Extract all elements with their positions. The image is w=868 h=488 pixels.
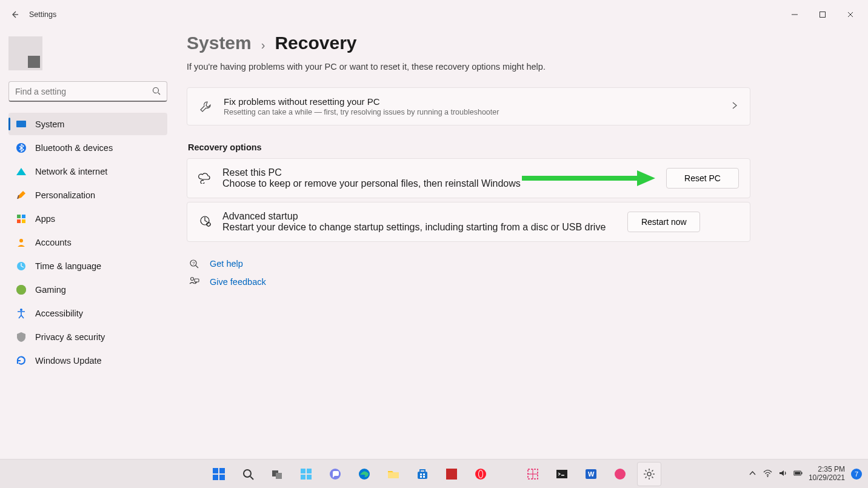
shield-icon bbox=[16, 332, 27, 343]
tray-time: 2:35 PM bbox=[809, 466, 845, 474]
store-button[interactable] bbox=[410, 462, 435, 486]
feedback-icon bbox=[188, 276, 200, 288]
close-button[interactable] bbox=[836, 5, 864, 24]
tray-wifi[interactable] bbox=[763, 469, 772, 480]
svg-rect-39 bbox=[420, 476, 422, 478]
tray-volume[interactable] bbox=[778, 469, 787, 480]
sidebar-item-privacy[interactable]: Privacy & security bbox=[8, 326, 167, 348]
card-title: Advanced startup bbox=[222, 211, 606, 222]
sidebar-item-gaming[interactable]: Gaming bbox=[8, 278, 167, 301]
give-feedback-row[interactable]: Give feedback bbox=[188, 276, 846, 288]
svg-rect-7 bbox=[17, 219, 21, 223]
tray-battery[interactable] bbox=[793, 469, 803, 480]
svg-rect-37 bbox=[420, 473, 422, 475]
svg-rect-21 bbox=[195, 279, 199, 282]
svg-rect-22 bbox=[213, 468, 218, 473]
profile-block[interactable] bbox=[8, 34, 167, 81]
svg-rect-31 bbox=[301, 475, 305, 480]
settings-taskbar-button[interactable] bbox=[637, 462, 661, 486]
paintbrush-icon bbox=[16, 190, 27, 201]
app-icon bbox=[445, 467, 458, 481]
minimize-button[interactable] bbox=[781, 5, 809, 24]
tray-overflow[interactable] bbox=[748, 469, 757, 480]
snip-icon bbox=[526, 467, 539, 481]
reset-pc-button[interactable]: Reset PC bbox=[666, 168, 739, 189]
svg-rect-38 bbox=[423, 473, 425, 475]
breadcrumb-parent[interactable]: System bbox=[187, 33, 252, 53]
explorer-button[interactable] bbox=[381, 462, 406, 486]
search-box[interactable] bbox=[8, 81, 167, 102]
get-help-link[interactable]: Get help bbox=[210, 259, 243, 269]
page-title: Recovery bbox=[275, 33, 356, 53]
sidebar-item-network[interactable]: Network & internet bbox=[8, 160, 167, 182]
word-button[interactable]: W bbox=[579, 462, 603, 486]
sidebar-item-label: Bluetooth & devices bbox=[35, 143, 113, 153]
get-help-row[interactable]: ? Get help bbox=[188, 258, 846, 270]
svg-rect-40 bbox=[423, 476, 425, 478]
sidebar-item-update[interactable]: Windows Update bbox=[8, 349, 167, 372]
chat-button[interactable] bbox=[323, 462, 347, 486]
store-icon bbox=[416, 467, 429, 481]
svg-rect-53 bbox=[801, 472, 802, 474]
terminal-button[interactable] bbox=[550, 462, 574, 486]
chevron-right-icon: › bbox=[261, 38, 265, 52]
sidebar-item-system[interactable]: System bbox=[8, 113, 167, 135]
widgets-button[interactable] bbox=[294, 462, 318, 486]
reset-cloud-icon bbox=[198, 170, 212, 186]
svg-rect-35 bbox=[388, 472, 399, 478]
svg-point-20 bbox=[191, 278, 194, 281]
fix-problems-card[interactable]: Fix problems without resetting your PC R… bbox=[187, 87, 750, 125]
word-icon: W bbox=[584, 467, 598, 481]
sidebar-item-bluetooth[interactable]: Bluetooth & devices bbox=[8, 136, 167, 159]
opera-button[interactable] bbox=[469, 462, 493, 486]
svg-text:W: W bbox=[588, 470, 595, 478]
volume-icon bbox=[778, 469, 787, 478]
svg-rect-30 bbox=[307, 469, 312, 473]
search-input[interactable] bbox=[8, 81, 167, 102]
card-subtitle: Resetting can take a while — first, try … bbox=[224, 108, 499, 116]
system-tray: 2:35 PM 10/29/2021 7 bbox=[748, 466, 868, 483]
maximize-icon bbox=[819, 11, 826, 18]
svg-rect-32 bbox=[307, 475, 312, 480]
svg-rect-6 bbox=[22, 215, 25, 218]
edge-button[interactable] bbox=[352, 462, 376, 486]
svg-rect-23 bbox=[219, 468, 225, 473]
card-subtitle: Choose to keep or remove your personal f… bbox=[222, 178, 521, 189]
wrench-icon bbox=[198, 99, 213, 114]
sidebar-item-label: Time & language bbox=[35, 261, 101, 271]
app-icon bbox=[613, 467, 627, 481]
sidebar-item-accounts[interactable]: Accounts bbox=[8, 231, 167, 253]
maximize-button[interactable] bbox=[809, 5, 836, 24]
snip-button[interactable] bbox=[521, 462, 545, 486]
chat-icon bbox=[329, 467, 342, 481]
start-button[interactable] bbox=[207, 462, 231, 486]
xbox-icon bbox=[16, 284, 27, 295]
restart-now-button[interactable]: Restart now bbox=[627, 212, 700, 232]
svg-rect-8 bbox=[22, 219, 25, 223]
sidebar-item-accessibility[interactable]: Accessibility bbox=[8, 302, 167, 324]
svg-rect-5 bbox=[17, 215, 21, 218]
app-button-1[interactable] bbox=[439, 462, 464, 486]
svg-rect-54 bbox=[795, 472, 800, 474]
bluetooth-icon bbox=[16, 142, 27, 153]
sidebar-item-label: Apps bbox=[35, 214, 55, 224]
back-button[interactable] bbox=[4, 4, 25, 25]
card-subtitle: Restart your device to change startup se… bbox=[222, 222, 606, 233]
tray-clock[interactable]: 2:35 PM 10/29/2021 bbox=[809, 466, 845, 483]
notifications-badge[interactable]: 7 bbox=[851, 469, 862, 480]
task-view-button[interactable] bbox=[265, 462, 289, 486]
minimize-icon bbox=[791, 11, 798, 18]
avatar bbox=[8, 36, 42, 70]
taskbar-search[interactable] bbox=[236, 462, 260, 486]
svg-rect-28 bbox=[276, 473, 282, 479]
give-feedback-link[interactable]: Give feedback bbox=[210, 277, 266, 287]
sidebar-item-personalization[interactable]: Personalization bbox=[8, 184, 167, 206]
svg-rect-29 bbox=[301, 469, 305, 473]
app-button-2[interactable] bbox=[608, 462, 632, 486]
sidebar-item-time[interactable]: Time & language bbox=[8, 255, 167, 277]
clock-globe-icon bbox=[16, 261, 27, 272]
section-title: Recovery options bbox=[188, 142, 846, 152]
sidebar-item-apps[interactable]: Apps bbox=[8, 207, 167, 230]
sync-icon bbox=[16, 355, 27, 366]
terminal-icon bbox=[555, 467, 569, 481]
